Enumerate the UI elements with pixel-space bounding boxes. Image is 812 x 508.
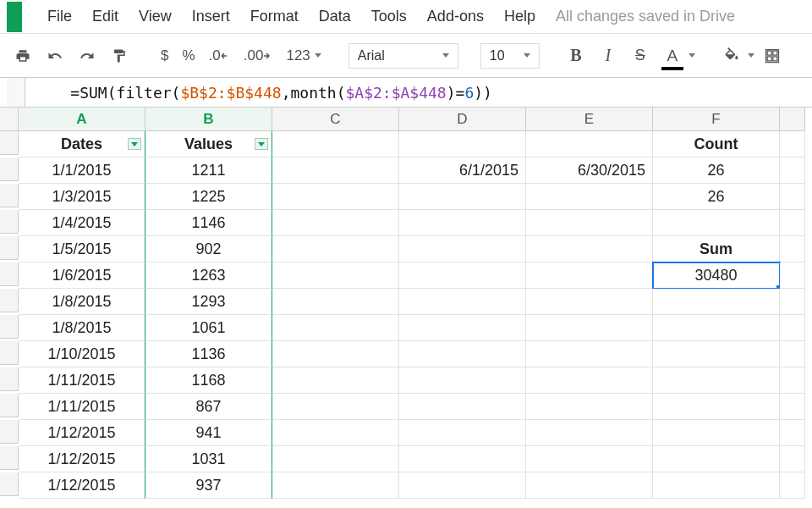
cell-A7[interactable]: 1/8/2015 [19, 289, 145, 315]
cell-extra-6[interactable] [780, 262, 805, 289]
cell-extra-2[interactable] [780, 157, 805, 184]
menu-format[interactable]: Format [240, 4, 309, 29]
cell-E1[interactable] [526, 131, 653, 157]
cell-extra-11[interactable] [780, 394, 805, 420]
cell-F7[interactable] [653, 289, 780, 315]
cell-A2[interactable]: 1/1/2015 [19, 157, 145, 184]
percent-button[interactable]: % [177, 47, 200, 64]
cell-B10[interactable]: 1168 [145, 367, 272, 394]
number-format-button[interactable]: 123 [281, 47, 326, 64]
cell-B8[interactable]: 1061 [145, 315, 272, 341]
cell-C5[interactable] [272, 236, 399, 262]
cell-E11[interactable] [526, 394, 653, 420]
row-header-10[interactable] [0, 367, 19, 391]
cell-B4[interactable]: 1146 [145, 210, 272, 236]
cell-F11[interactable] [653, 394, 780, 420]
filter-button-B[interactable] [255, 138, 268, 150]
cell-E6[interactable] [526, 262, 653, 289]
cell-B13[interactable]: 1031 [145, 446, 272, 472]
cell-C12[interactable] [272, 420, 399, 446]
cell-A13[interactable]: 1/12/2015 [19, 446, 145, 472]
cell-D9[interactable] [399, 341, 526, 367]
cell-A3[interactable]: 1/3/2015 [19, 184, 145, 210]
bold-button[interactable]: B [562, 43, 590, 69]
cell-D12[interactable] [399, 420, 526, 446]
cell-C13[interactable] [272, 446, 399, 472]
cell-F14[interactable] [653, 472, 780, 499]
cell-D5[interactable] [399, 236, 526, 262]
increase-decimal-button[interactable]: .00 [239, 47, 278, 64]
row-header-4[interactable] [0, 210, 19, 234]
cell-D7[interactable] [399, 289, 526, 315]
menu-help[interactable]: Help [494, 4, 546, 29]
cell-extra-4[interactable] [780, 210, 805, 236]
cell-E7[interactable] [526, 289, 653, 315]
cell-C4[interactable] [272, 210, 399, 236]
cell-F3[interactable]: 26 [653, 184, 780, 210]
cell-D8[interactable] [399, 315, 526, 341]
cell-extra-1[interactable] [780, 131, 805, 157]
currency-button[interactable]: $ [156, 47, 173, 64]
cell-E4[interactable] [526, 210, 653, 236]
spreadsheet-grid[interactable]: ABCDEFDatesValuesCount1/1/201512116/1/20… [0, 108, 812, 499]
corner-cell[interactable] [0, 108, 19, 131]
cell-A14[interactable]: 1/12/2015 [19, 472, 145, 499]
cell-D3[interactable] [399, 184, 526, 210]
row-header-2[interactable] [0, 157, 19, 181]
col-header-C[interactable]: C [272, 108, 399, 131]
cell-E2[interactable]: 6/30/2015 [526, 157, 653, 184]
menu-view[interactable]: View [129, 4, 182, 29]
row-header-13[interactable] [0, 446, 19, 470]
col-header-F[interactable]: F [653, 108, 780, 131]
cell-B14[interactable]: 937 [145, 472, 272, 499]
cell-C1[interactable] [272, 131, 399, 157]
decrease-decimal-button[interactable]: .0 [204, 47, 235, 64]
cell-F10[interactable] [653, 367, 780, 394]
undo-button[interactable] [41, 43, 69, 69]
cell-F6[interactable]: 30480 [653, 262, 780, 289]
cell-A1[interactable]: Dates [19, 131, 145, 157]
formula-bar[interactable]: =SUM(filter($B$2:$B$448,month($A$2:$A$44… [0, 78, 812, 108]
cell-D10[interactable] [399, 367, 526, 394]
menu-insert[interactable]: Insert [182, 4, 240, 29]
cell-extra-9[interactable] [780, 341, 805, 367]
cell-D6[interactable] [399, 262, 526, 289]
cell-A4[interactable]: 1/4/2015 [19, 210, 145, 236]
row-header-12[interactable] [0, 420, 19, 444]
row-header-11[interactable] [0, 394, 19, 417]
cell-F9[interactable] [653, 341, 780, 367]
cell-A9[interactable]: 1/10/2015 [19, 341, 145, 367]
row-header-8[interactable] [0, 315, 19, 339]
cell-E9[interactable] [526, 341, 653, 367]
row-header-7[interactable] [0, 289, 19, 312]
cell-E8[interactable] [526, 315, 653, 341]
fill-color-button[interactable] [717, 43, 746, 69]
cell-C14[interactable] [272, 472, 399, 499]
col-header-A[interactable]: A [19, 108, 145, 131]
cell-E13[interactable] [526, 446, 653, 472]
row-header-1[interactable] [0, 131, 19, 155]
cell-D4[interactable] [399, 210, 526, 236]
cell-B1[interactable]: Values [145, 131, 272, 157]
font-size-select[interactable]: 10 [480, 43, 540, 69]
menu-data[interactable]: Data [309, 4, 361, 29]
text-color-button[interactable]: A [658, 43, 687, 69]
cell-extra-8[interactable] [780, 315, 805, 341]
cell-E10[interactable] [526, 367, 653, 394]
cell-D13[interactable] [399, 446, 526, 472]
row-header-3[interactable] [0, 184, 19, 207]
cell-F1[interactable]: Count [653, 131, 780, 157]
cell-D14[interactable] [399, 472, 526, 499]
filter-button-A[interactable] [128, 138, 141, 150]
cell-B9[interactable]: 1136 [145, 341, 272, 367]
redo-button[interactable] [73, 43, 102, 69]
cell-E12[interactable] [526, 420, 653, 446]
cell-B11[interactable]: 867 [145, 394, 272, 420]
cell-E3[interactable] [526, 184, 653, 210]
print-button[interactable] [8, 43, 37, 69]
cell-extra-3[interactable] [780, 184, 805, 210]
cell-A11[interactable]: 1/11/2015 [19, 394, 145, 420]
italic-button[interactable]: I [594, 43, 623, 69]
cell-C8[interactable] [272, 315, 399, 341]
cell-extra-5[interactable] [780, 236, 805, 262]
